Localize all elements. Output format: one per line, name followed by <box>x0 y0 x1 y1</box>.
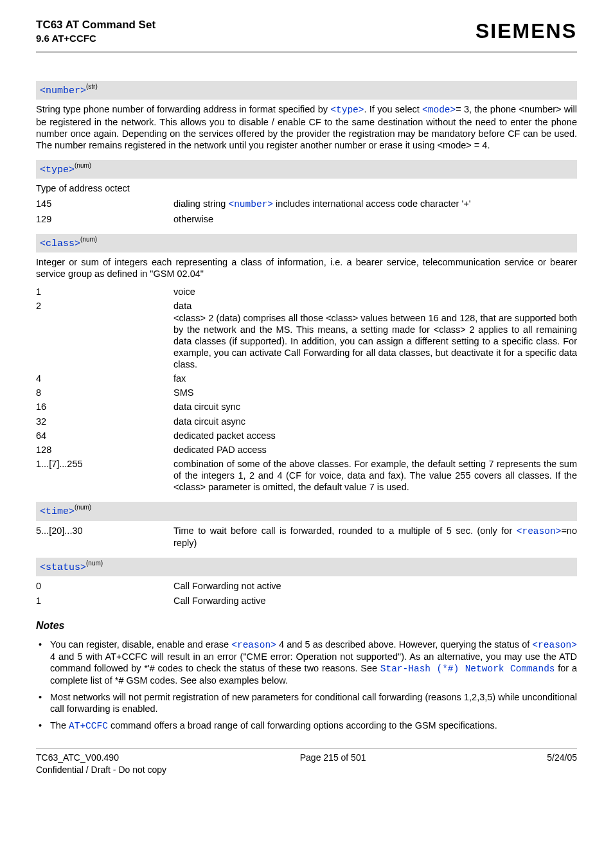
doc-title: TC63 AT Command Set <box>36 18 155 31</box>
class-row: 8SMS <box>36 387 577 398</box>
header: TC63 AT Command Set 9.6 AT+CCFC SIEMENS <box>36 18 577 45</box>
class-row: 16data circuit sync <box>36 401 577 412</box>
footer-center: Page 215 of 501 <box>119 752 547 764</box>
notes-list: You can register, disable, enable and er… <box>36 639 577 732</box>
time-row: 5...[20]...30 Time to wait before call i… <box>36 525 577 549</box>
class-key: 64 <box>36 430 173 441</box>
status-key: 0 <box>36 580 173 592</box>
note-item: You can register, disable, enable and er… <box>36 639 577 687</box>
link-atccfc[interactable]: AT+CCFC <box>69 721 108 731</box>
status-val: Call Forwarding active <box>173 595 577 607</box>
class-val: combination of some of the above classes… <box>173 458 577 493</box>
status-val: Call Forwarding not active <box>173 580 577 592</box>
param-status-name[interactable]: <status> <box>40 562 86 573</box>
type-val: otherwise <box>173 213 577 225</box>
link-reason[interactable]: <reason> <box>517 526 562 536</box>
param-number-name[interactable]: <number> <box>40 85 86 96</box>
class-key: 1...[7]...255 <box>36 458 173 470</box>
param-type-sup: (num) <box>75 162 91 169</box>
param-class-sup: (num) <box>80 236 97 243</box>
param-status-sup: (num) <box>86 560 103 567</box>
header-rule <box>36 51 577 53</box>
class-row: 1...[7]...255combination of some of the … <box>36 458 577 493</box>
link-reason[interactable]: <reason> <box>532 640 577 650</box>
brand-logo: SIEMENS <box>475 18 577 44</box>
status-row: 1Call Forwarding active <box>36 595 577 607</box>
type-key: 129 <box>36 213 173 225</box>
status-row: 0Call Forwarding not active <box>36 580 577 592</box>
type-row: 145 dialing string <number> includes int… <box>36 198 577 210</box>
class-key: 16 <box>36 401 173 412</box>
link-type[interactable]: <type> <box>330 105 364 115</box>
class-val: data <class> 2 (data) comprises all thos… <box>173 300 577 370</box>
class-val: data circuit sync <box>173 401 577 412</box>
status-key: 1 <box>36 595 173 607</box>
class-row: 1voice <box>36 286 577 297</box>
type-row: 129 otherwise <box>36 213 577 225</box>
class-row: 32data circuit async <box>36 416 577 427</box>
link-number[interactable]: <number> <box>228 199 273 209</box>
class-key: 2 <box>36 300 173 312</box>
class-key: 128 <box>36 444 173 456</box>
doc-subtitle: 9.6 AT+CCFC <box>36 33 155 45</box>
param-class-desc: Integer or sum of integers each represen… <box>36 256 577 279</box>
class-row: 2data <class> 2 (data) comprises all tho… <box>36 300 577 370</box>
note-item: The AT+CCFC command offers a broad range… <box>36 720 577 732</box>
class-val: data circuit async <box>173 416 577 427</box>
link-starhash[interactable]: Star-Hash (*#) Network Commands <box>380 664 555 674</box>
time-val: Time to wait before call is forwarded, r… <box>173 525 577 549</box>
class-val: SMS <box>173 387 577 398</box>
type-val: dialing string <number> includes interna… <box>173 198 577 210</box>
param-status-header: <status>(num) <box>36 558 577 576</box>
class-row: 64dedicated packet access <box>36 430 577 441</box>
param-type-name[interactable]: <type> <box>40 164 75 175</box>
param-number-sup: (str) <box>86 83 98 90</box>
note-item: Most networks will not permit registrati… <box>36 691 577 714</box>
param-type-desc: Type of address octect <box>36 182 577 194</box>
class-val: voice <box>173 286 577 297</box>
class-val: dedicated packet access <box>173 430 577 441</box>
type-key: 145 <box>36 198 173 209</box>
param-class-header: <class>(num) <box>36 234 577 252</box>
class-row: 128dedicated PAD access <box>36 444 577 456</box>
class-key: 1 <box>36 286 173 297</box>
footer: TC63_ATC_V00.490 Page 215 of 501 5/24/05 <box>36 748 577 764</box>
param-time-name[interactable]: <time> <box>40 506 75 517</box>
class-key: 4 <box>36 373 173 384</box>
footer-right: 5/24/05 <box>547 752 577 764</box>
class-val: fax <box>173 373 577 384</box>
class-val: dedicated PAD access <box>173 444 577 456</box>
link-reason[interactable]: <reason> <box>231 640 276 650</box>
class-key: 8 <box>36 387 173 398</box>
class-row: 4fax <box>36 373 577 384</box>
param-class-name[interactable]: <class> <box>40 238 80 249</box>
footer-second: Confidential / Draft - Do not copy <box>36 765 577 776</box>
class-key: 32 <box>36 416 173 427</box>
param-time-header: <time>(num) <box>36 502 577 520</box>
param-time-sup: (num) <box>75 504 91 511</box>
footer-left: TC63_ATC_V00.490 <box>36 752 119 764</box>
notes-heading: Notes <box>36 619 577 632</box>
param-type-header: <type>(num) <box>36 160 577 179</box>
link-mode[interactable]: <mode> <box>422 105 456 115</box>
time-key: 5...[20]...30 <box>36 525 173 536</box>
param-number-header: <number>(str) <box>36 81 577 100</box>
param-number-desc: String type phone number of forwarding a… <box>36 103 577 151</box>
